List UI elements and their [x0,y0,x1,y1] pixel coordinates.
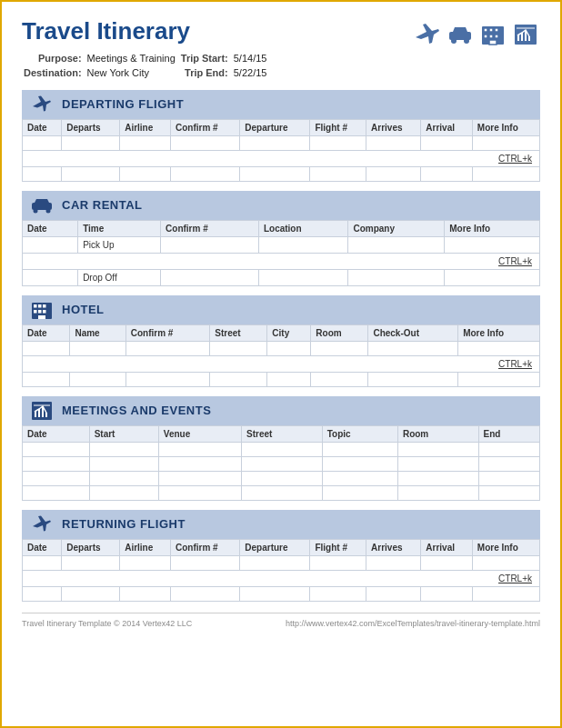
returning-ctrl-row: CTRL+k [23,570,540,586]
departing-plane-icon [29,95,55,115]
hotel-ctrl-link[interactable]: CTRL+k [23,355,540,372]
hotel-table: Date Name Confirm # Street City Room Che… [22,324,540,387]
col-date: Date [23,119,62,135]
svg-rect-9 [495,35,498,38]
col-airline: Airline [120,119,171,135]
col-departs: Departs [62,119,120,135]
departing-flight-header-row: Date Departs Airline Confirm # Departure… [23,119,540,135]
svg-rect-25 [38,310,42,314]
col-room: Room [397,425,478,442]
plane-icon [413,22,442,47]
returning-flight-section: RETURNING FLIGHT Date Departs Airline Co… [22,510,540,602]
meeting-row-1 [23,442,540,456]
car-rental-table: Date Time Confirm # Location Company Mor… [22,220,540,286]
svg-rect-5 [489,28,493,32]
svg-rect-10 [489,40,497,45]
meeting-row-2 [23,456,540,471]
returning-flight-table: Date Departs Airline Confirm # Departure… [22,539,540,602]
footer-right: http://www.vertex42.com/ExcelTemplates/t… [286,619,540,628]
col-moreinfo: More Info [458,324,540,341]
col-departure: Departure [240,539,310,555]
returning-ctrl-link[interactable]: CTRL+k [23,570,540,586]
car-icon [446,22,475,47]
col-date: Date [23,324,70,341]
returning-row-1 [23,555,540,570]
col-checkout: Check-Out [368,324,458,341]
returning-row-2 [23,586,540,601]
col-arrives: Arrives [366,119,421,135]
svg-rect-7 [484,35,487,38]
col-start: Start [89,425,158,442]
svg-rect-4 [484,28,487,32]
col-city: City [267,324,311,341]
col-confirm: Confirm # [125,324,209,341]
hotel-row-2 [23,372,540,386]
hotel-section: HOTEL Date Name Confirm # Street City Ro… [22,295,540,387]
purpose-label: Purpose: [24,52,85,65]
hotel-ctrl-row: CTRL+k [23,355,540,372]
meeting-icon [511,22,540,47]
col-venue: Venue [158,425,241,442]
departing-ctrl-link[interactable]: CTRL+k [23,150,540,166]
footer-left: Travel Itinerary Template © 2014 Vertex4… [22,619,192,628]
svg-rect-23 [43,304,46,308]
col-room: Room [311,324,368,341]
col-moreinfo: More Info [472,539,539,555]
hotel-header: HOTEL [22,295,540,324]
departing-ctrl-row: CTRL+k [23,150,540,166]
car-rental-icon [29,195,55,215]
svg-rect-6 [495,28,498,32]
car-rental-title: CAR RENTAL [62,198,143,212]
col-flight: Flight # [310,119,366,135]
col-departs: Departs [62,539,120,555]
departing-flight-table: Date Departs Airline Confirm # Departure… [22,119,540,182]
page-title: Travel Itinerary [22,18,272,45]
col-arrival: Arrival [421,119,473,135]
meeting-row-3 [23,471,540,485]
header-left: Travel Itinerary Purpose: Meetings & Tra… [22,18,272,81]
col-street: Street [242,425,323,442]
col-name: Name [70,324,125,341]
departing-row-2 [23,166,540,181]
hotel-header-row: Date Name Confirm # Street City Room Che… [23,324,540,341]
header-icons [413,22,540,47]
hotel-row-1 [23,341,540,355]
col-arrives: Arrives [366,539,421,555]
svg-point-19 [46,208,51,213]
car-ctrl-link[interactable]: CTRL+k [23,253,540,269]
svg-rect-27 [38,315,45,319]
svg-rect-22 [38,304,42,308]
col-moreinfo: More Info [445,220,540,236]
svg-point-1 [451,38,457,44]
meetings-header: MEETINGS AND EVENTS [22,396,540,425]
hotel-title: HOTEL [62,303,105,316]
meeting-row-4 [23,485,540,500]
hotel-section-icon [29,300,55,320]
col-location: Location [258,220,348,236]
trip-end-value: 5/22/15 [234,66,271,79]
col-flight: Flight # [310,539,366,555]
footer: Travel Itinerary Template © 2014 Vertex4… [22,613,540,628]
meetings-icon [29,401,55,421]
hotel-icon [478,22,507,47]
page: Travel Itinerary Purpose: Meetings & Tra… [2,2,560,637]
departing-flight-title: DEPARTING FLIGHT [62,97,184,111]
col-end: End [478,425,539,442]
purpose-value: Meetings & Training [87,52,179,65]
svg-rect-26 [43,310,46,314]
car-ctrl-row: CTRL+k [23,253,540,269]
col-company: Company [348,220,445,236]
col-confirm: Confirm # [170,539,239,555]
departing-flight-section: DEPARTING FLIGHT Date Departs Airline Co… [22,90,540,182]
header-meta: Purpose: Meetings & Training Trip Start:… [22,50,272,81]
col-arrival: Arrival [421,539,473,555]
col-confirm: Confirm # [161,220,259,236]
car-rental-header-row: Date Time Confirm # Location Company Mor… [23,220,540,236]
col-topic: Topic [322,425,397,442]
col-moreinfo: More Info [472,119,539,135]
meetings-table: Date Start Venue Street Topic Room End [22,425,540,501]
col-date: Date [23,425,90,442]
svg-rect-8 [489,35,493,38]
destination-value: New York City [87,66,179,79]
trip-end-label: Trip End: [181,66,232,79]
